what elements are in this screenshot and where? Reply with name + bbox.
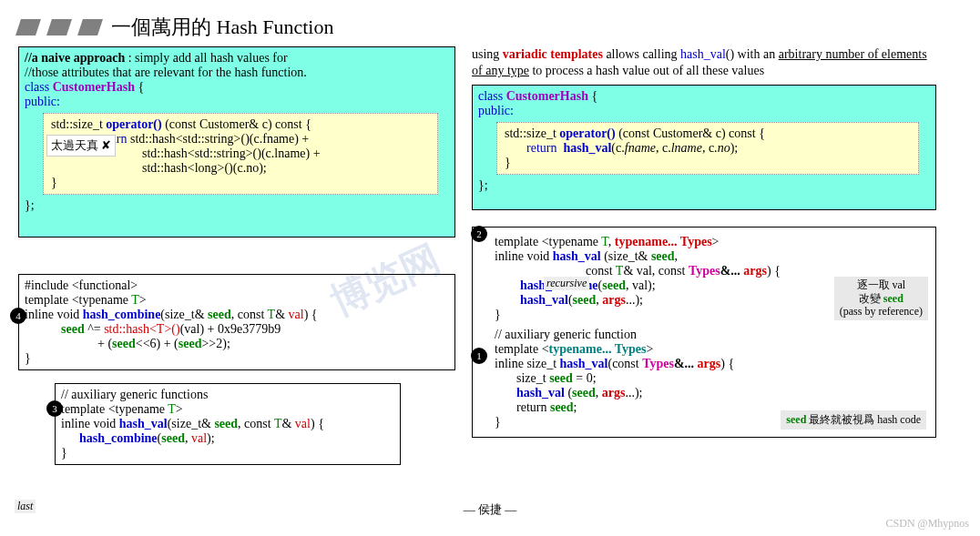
call-combine: hash_combine — [79, 431, 158, 445]
c4f: ); — [207, 431, 215, 445]
tpl-t: T — [131, 293, 139, 307]
b1-4c: = 0; — [573, 371, 597, 385]
b1-6c: ; — [574, 400, 577, 414]
g1b: operator() — [559, 126, 615, 140]
cls-name2: CustomerHash — [506, 89, 588, 103]
close-brace: } — [51, 176, 430, 190]
c4e: val — [191, 431, 207, 445]
sig-g: & — [275, 308, 288, 321]
header: 一個萬用的 Hash Function — [18, 14, 962, 41]
b2-3a: const — [586, 264, 616, 278]
b2-2e: , — [675, 249, 679, 263]
b1-5f: ...); — [625, 386, 642, 399]
b1-4b: seed — [549, 371, 573, 385]
tpl3b: T — [168, 402, 176, 416]
good-hash-box: class CustomerHash { public: std::size_t… — [472, 85, 936, 210]
kw-public: public: — [25, 95, 449, 109]
csdn-watermark: CSDN @Mhypnos — [886, 517, 969, 531]
fn3: hash_val — [119, 417, 168, 430]
cls-kw2: class — [478, 89, 506, 103]
b1-5b: ( — [565, 386, 572, 399]
b1-2b: typename... Types — [549, 342, 647, 356]
sig3i: ) { — [311, 417, 324, 430]
sig-e: , const — [231, 308, 268, 321]
b2-4d: , val); — [626, 278, 656, 292]
b1-5e: args — [602, 386, 626, 399]
end-struct: }; — [25, 198, 449, 213]
note-final-text: 最終就被視爲 hash code — [809, 413, 921, 426]
recursive-tag: recursive — [544, 277, 589, 290]
sig-a: inline void — [25, 308, 83, 321]
hash-no: std::hash<long>()(c.no); — [51, 161, 430, 176]
b2-3f: args — [743, 264, 767, 278]
hash-fname: std::hash<std::string>()(c.fname) + — [127, 132, 309, 146]
pub2: public: — [478, 104, 930, 118]
seed4: seed — [179, 337, 202, 350]
good-body: std::size_t operator() (const Customer& … — [496, 122, 919, 175]
decor-skew-2 — [46, 19, 72, 35]
b1-3g: ) { — [720, 357, 734, 370]
b1-6a: return — [516, 400, 550, 414]
b2-2a: inline void — [495, 249, 553, 263]
hash-a: std::hash< — [104, 322, 157, 336]
naive-comment-1b: : simply add all hash values for — [125, 51, 287, 65]
close4: } — [25, 351, 449, 366]
g2d: fname — [625, 141, 656, 155]
author-label: — 侯捷 — — [464, 501, 517, 518]
b2-3g: ) { — [767, 264, 781, 278]
g2f: lname — [671, 141, 702, 155]
val3: val — [295, 417, 311, 430]
b2-3c: & val, const — [623, 264, 689, 278]
xor: ^= — [85, 322, 104, 336]
hash-val-last-box: 3 // auxiliary generic functions templat… — [55, 383, 401, 465]
g3: } — [505, 156, 911, 170]
sig-i: ) { — [304, 308, 318, 321]
aux-comment: // auxiliary generic functions — [61, 388, 394, 402]
badge-4: 4 — [10, 308, 26, 324]
sig-c: (size_t& — [160, 308, 208, 321]
g2h: no — [718, 141, 730, 155]
naive-comment-2: //those attributes that are relevant for… — [25, 66, 449, 80]
shift-b: <<6) + ( — [136, 337, 179, 350]
b2-2c: (size_t& — [601, 249, 651, 263]
kw-class: class — [25, 80, 53, 94]
g2c: (c. — [611, 141, 624, 155]
decor-skew-3 — [77, 19, 103, 35]
g2i: ); — [730, 141, 739, 155]
b2-5f: ...); — [626, 293, 643, 307]
note-seed-final: seed 最終就被視爲 hash code — [781, 410, 926, 430]
g2e: , c. — [656, 141, 671, 155]
cls-name: CustomerHash — [53, 80, 135, 94]
tpl-c: > — [139, 293, 147, 307]
note-l2a: 改變 — [859, 292, 883, 305]
b1-5d: , — [596, 386, 602, 399]
b2-1c: , — [608, 235, 615, 248]
b1-2a: template < — [495, 342, 549, 356]
b2-5a: hash_val — [520, 293, 568, 307]
tpl3a: template <typename — [61, 402, 168, 416]
hash-b: >() — [164, 322, 179, 336]
b2-3e: &... — [720, 264, 744, 278]
b2-4c: seed — [602, 278, 626, 292]
b2-2b: hash_val — [553, 249, 601, 263]
b1-3f: args — [698, 357, 721, 370]
naive-approach-box: //a naive approach : simply add all hash… — [18, 46, 455, 238]
badge-3: 3 — [46, 400, 63, 417]
b2-5e: args — [602, 293, 626, 307]
t2: T — [268, 308, 276, 321]
sig-op: operator() — [106, 117, 161, 131]
b1-6b: seed — [550, 400, 574, 414]
b1-4a: size_t — [516, 371, 549, 385]
b2-1b: T — [601, 235, 608, 248]
too-naive-label: 太過天真 ✘ — [46, 135, 116, 157]
variadic-box: 2 template <typename T, typename... Type… — [472, 227, 936, 438]
b1-3d: Types — [642, 357, 674, 370]
val: val — [289, 308, 304, 321]
close3: } — [61, 446, 394, 460]
seed: seed — [208, 308, 231, 321]
seed2: seed — [61, 322, 85, 336]
decor-skew-1 — [15, 19, 41, 35]
sig-1c: (const Customer& c) const { — [162, 117, 311, 131]
include: #include <functional> — [25, 278, 449, 293]
brace2: { — [588, 89, 597, 103]
